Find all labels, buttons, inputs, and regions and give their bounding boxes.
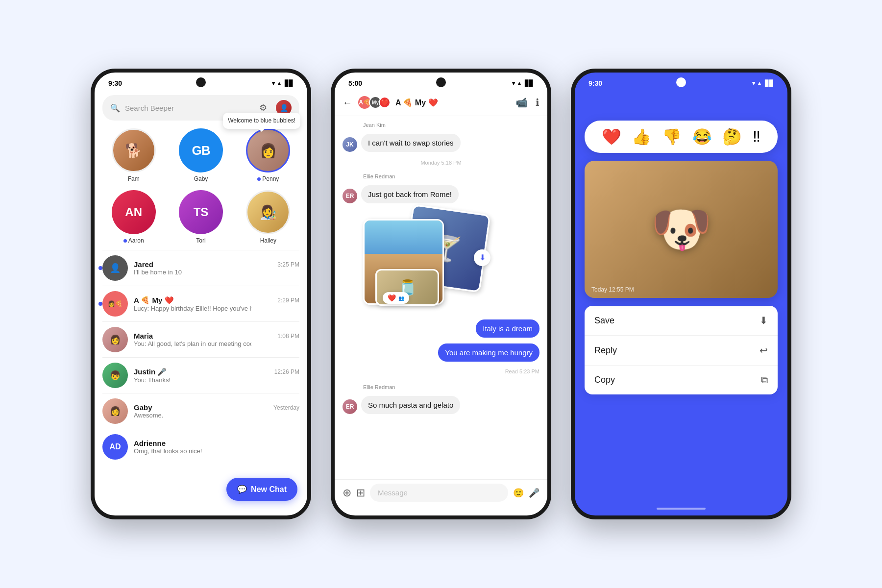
copy-icon: ⧉: [761, 374, 768, 386]
emoji-icon[interactable]: 🙂: [513, 488, 524, 498]
group-name: A 🍕 My ❤️: [134, 296, 174, 305]
justin-info: Justin 🎤 12:26 PM You: Thanks!: [134, 368, 299, 384]
chat-input-bar: ⊕ ⊞ Message 🙂 🎤: [335, 479, 547, 506]
chat-item-justin[interactable]: 👦 Justin 🎤 12:26 PM You: Thanks!: [95, 358, 307, 393]
gaby-info: Gaby Yesterday Awesome.: [134, 403, 299, 419]
reaction-heart[interactable]: ❤️: [602, 127, 621, 146]
reaction-thumbsdown[interactable]: 👎: [662, 127, 682, 146]
ellie-bubble-1[interactable]: Just got back from Rome!: [361, 185, 459, 203]
jean-bubble[interactable]: I can't wait to swap stories: [361, 134, 461, 152]
msg-row-jean: JK I can't wait to swap stories: [343, 134, 539, 152]
reaction-exclamation[interactable]: ‼️: [753, 127, 760, 146]
phone-2-notch: [436, 77, 446, 87]
phone-3-time: 9:30: [588, 79, 602, 87]
video-call-icon[interactable]: 📹: [515, 97, 528, 108]
photo-reaction-bar: ❤️ 👥: [383, 292, 409, 304]
phone-3: 9:30 ▼▲ ▊▊ ❤️ 👍 👎 😂 🤔 ‼️ 🐶 Today 12:55 P…: [571, 69, 791, 519]
message-input[interactable]: Message: [370, 484, 508, 502]
justin-preview: You: Thanks!: [134, 376, 251, 384]
justin-name: Justin 🎤: [134, 368, 167, 376]
self-bubble-1[interactable]: Italy is a dream: [476, 319, 539, 338]
story-aaron[interactable]: AN Aaron: [112, 190, 156, 244]
dog-emoji: 🐶: [651, 200, 712, 258]
attachment-icon[interactable]: ⊞: [356, 487, 365, 499]
maria-time: 1:08 PM: [277, 333, 299, 340]
save-label: Save: [594, 316, 614, 326]
group-name-row: A 🍕 My ❤️ 2:29 PM: [134, 296, 299, 305]
dog-photo[interactable]: 🐶 Today 12:55 PM: [585, 161, 778, 298]
story-hailey[interactable]: 👩‍🎨 Hailey: [246, 190, 290, 244]
input-right-icons: 🙂 🎤: [513, 488, 539, 498]
msg-row-self-1: Italy is a dream: [343, 319, 539, 338]
signal-icon-2: ▊▊: [525, 80, 534, 87]
reply-icon: ↩: [760, 344, 768, 356]
chat-item-gaby[interactable]: 👩 Gaby Yesterday Awesome.: [95, 393, 307, 429]
chat-item-group[interactable]: 👩🍕 A 🍕 My ❤️ 2:29 PM Lucy: Happy birthda…: [95, 286, 307, 321]
read-status: Read 5:23 PM: [343, 368, 539, 374]
phone-1: 9:30 ▼▲ ▊▊ 🔍 Search Beeper ⚙ 👤 Welcome t…: [91, 69, 311, 519]
info-icon[interactable]: ℹ: [536, 97, 539, 108]
mic-icon[interactable]: 🎤: [529, 488, 539, 498]
chat-header-title: A 🍕 My ❤️: [395, 98, 511, 107]
story-gaby[interactable]: GB Gaby: [179, 128, 223, 182]
back-button[interactable]: ←: [343, 97, 352, 108]
justin-avatar-wrap: 👦: [102, 363, 128, 388]
phone-1-status-icons: ▼▲ ▊▊: [270, 80, 294, 87]
reaction-avatars: 👥: [398, 295, 404, 301]
jared-name-row: Jared 3:25 PM: [134, 260, 299, 269]
settings-icon[interactable]: ⚙: [259, 102, 267, 113]
justin-avatar: 👦: [102, 363, 128, 388]
chat-item-maria[interactable]: 👩 Maria 1:08 PM You: All good, let's pla…: [95, 322, 307, 357]
header-action-icons: 📹 ℹ: [515, 97, 539, 108]
phone-3-notch: [676, 77, 686, 87]
chat-item-jared[interactable]: 👤 Jared 3:25 PM I'll be home in 10: [95, 250, 307, 286]
timestamp-monday: Monday 5:18 PM: [343, 160, 539, 166]
ellie-avatar-2: ER: [343, 399, 357, 414]
msg-row-ellie-1: ER Just got back from Rome!: [343, 185, 539, 203]
jared-avatar-wrap: 👤: [102, 255, 128, 281]
gaby-avatar-wrap: 👩: [102, 398, 128, 424]
msg-row-ellie-2: ER So much pasta and gelato: [343, 396, 539, 414]
gaby-avatar: 👩: [102, 398, 128, 424]
phone-2: 5:00 ▼▲ ▊▊ ← A🍕 My ❤️ A 🍕 My ❤️ 📹 ℹ Jean…: [331, 69, 551, 519]
adrienne-preview: Omg, that looks so nice!: [134, 447, 251, 455]
maria-info: Maria 1:08 PM You: All good, let's plan …: [134, 332, 299, 347]
jean-avatar: JK: [343, 137, 357, 152]
msg-sender-ellie-1: Ellie Redman: [363, 173, 539, 179]
wifi-icon: ▼▲: [270, 80, 282, 87]
add-icon[interactable]: ⊕: [343, 487, 351, 499]
welcome-text: Welcome to blue bubbles!: [228, 117, 295, 124]
stories-row-2: AN Aaron TS Tori 👩‍🎨 Hailey: [95, 190, 307, 250]
story-fam[interactable]: 🐕 Fam: [112, 128, 156, 182]
story-tori[interactable]: TS Tori: [179, 190, 223, 244]
story-penny[interactable]: 👩 Penny: [246, 128, 290, 182]
chat-item-adrienne[interactable]: AD Adrienne Omg, that looks so nice!: [95, 429, 307, 465]
story-avatar-fam: 🐕: [112, 128, 156, 172]
story-label-tori: Tori: [196, 237, 205, 244]
copy-menu-item[interactable]: Copy ⧉: [585, 366, 778, 394]
aaron-dot: [123, 239, 127, 243]
save-menu-item[interactable]: Save ⬇: [585, 306, 778, 336]
download-button[interactable]: ⬇: [474, 249, 490, 266]
new-chat-button[interactable]: 💬 New Chat: [226, 478, 297, 501]
new-chat-label: New Chat: [251, 485, 287, 494]
chat-list: 👤 Jared 3:25 PM I'll be home in 10 👩🍕 A …: [95, 250, 307, 465]
jared-avatar: 👤: [102, 255, 128, 281]
phone-2-status-icons: ▼▲ ▊▊: [511, 80, 534, 87]
reaction-thumbsup[interactable]: 👍: [632, 127, 651, 146]
maria-avatar: 👩: [102, 327, 128, 352]
story-label-hailey: Hailey: [260, 237, 276, 244]
phone-3-status-icons: ▼▲ ▊▊: [751, 80, 774, 87]
story-label-gaby: Gaby: [194, 175, 208, 182]
reaction-thinking[interactable]: 🤔: [722, 127, 742, 146]
story-label-fam: Fam: [128, 175, 140, 182]
reaction-laugh[interactable]: 😂: [692, 127, 712, 146]
search-icon: 🔍: [110, 103, 120, 113]
reply-menu-item[interactable]: Reply ↩: [585, 336, 778, 366]
header-avatars: A🍕 My ❤️: [357, 95, 391, 110]
ellie-bubble-2[interactable]: So much pasta and gelato: [361, 396, 460, 414]
adrienne-name: Adrienne: [134, 439, 166, 447]
self-bubble-2[interactable]: You are making me hungry: [438, 343, 539, 362]
justin-time: 12:26 PM: [274, 368, 299, 375]
chat-header: ← A🍕 My ❤️ A 🍕 My ❤️ 📹 ℹ: [335, 91, 547, 116]
